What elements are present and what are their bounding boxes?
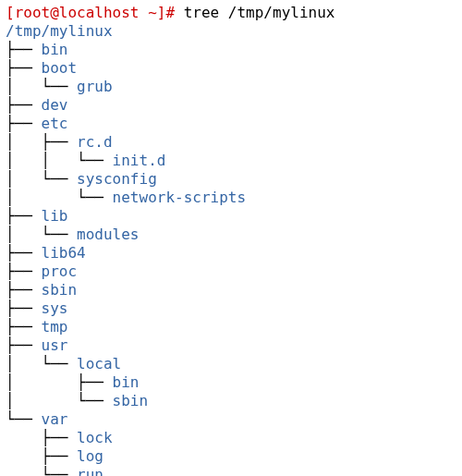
shell-command: tree /tmp/mylinux xyxy=(184,4,335,21)
tree-entry: tmp xyxy=(42,318,68,336)
tree-entry: modules xyxy=(77,226,139,243)
tree-entry: init.d xyxy=(113,152,166,169)
tree-entry: network-scripts xyxy=(113,189,247,206)
tree-entry: bin xyxy=(42,41,68,58)
tree-root-path: /tmp/mylinux xyxy=(6,22,113,40)
tree-entry: lib xyxy=(42,207,68,225)
tree-entry: log xyxy=(77,447,103,465)
tree-entry: rc.d xyxy=(77,133,113,151)
tree-entry: lib64 xyxy=(42,244,86,262)
tree-entry: local xyxy=(77,355,121,372)
tree-entry: sbin xyxy=(42,281,78,299)
tree-entry: usr xyxy=(42,336,68,354)
tree-entry: grub xyxy=(77,78,113,95)
tree-body: ├── bin ├── boot │ └── grub ├── dev ├── … xyxy=(6,41,246,476)
tree-entry: sbin xyxy=(113,392,149,409)
tree-entry: sysconfig xyxy=(77,170,157,188)
tree-entry: var xyxy=(42,410,68,428)
terminal-output: [root@localhost ~]# tree /tmp/mylinux /t… xyxy=(0,0,462,476)
tree-entry: sys xyxy=(42,299,68,317)
tree-entry: bin xyxy=(113,373,140,391)
tree-entry: lock xyxy=(77,429,113,446)
tree-entry: proc xyxy=(42,262,78,280)
shell-prompt: [root@localhost ~]# xyxy=(6,4,175,21)
tree-entry: boot xyxy=(42,59,78,77)
tree-entry: dev xyxy=(42,96,68,114)
tree-entry: run xyxy=(77,466,103,476)
tree-entry: etc xyxy=(42,115,68,132)
